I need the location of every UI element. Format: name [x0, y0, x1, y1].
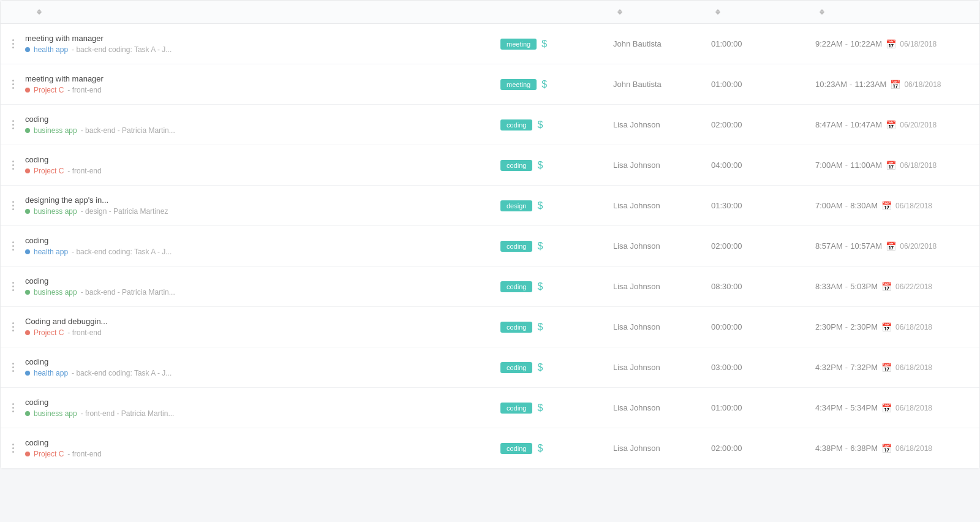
tag-badge[interactable]: coding: [500, 281, 532, 292]
billable-icon[interactable]: $: [537, 200, 543, 211]
project-name[interactable]: business app: [34, 126, 77, 135]
row-subtitle: business app - back-end - Patricia Marti…: [25, 126, 491, 135]
tag-badge[interactable]: meeting: [500, 79, 537, 90]
table-row[interactable]: coding health app - back-end coding: Tas…: [1, 226, 979, 267]
billable-icon[interactable]: $: [537, 241, 543, 252]
table-row[interactable]: coding business app - back-end - Patrici…: [1, 267, 979, 307]
row-drag-handle[interactable]: [1, 282, 25, 291]
row-duration: 02:00:00: [704, 120, 808, 129]
row-drag-handle[interactable]: [1, 201, 25, 210]
table-row[interactable]: Coding and debuggin... Project C - front…: [1, 307, 979, 347]
table-row[interactable]: coding Project C - front-end coding $ Li…: [1, 145, 979, 186]
header-user[interactable]: [606, 9, 704, 15]
tag-badge[interactable]: coding: [500, 443, 532, 454]
calendar-icon: 📅: [881, 322, 892, 332]
row-duration: 01:00:00: [704, 403, 808, 412]
row-time: 8:47AM - 10:47AM 📅 06/20/2018: [808, 120, 979, 130]
time-range: 2:30PM - 2:30PM: [815, 322, 878, 331]
billable-icon[interactable]: $: [537, 322, 543, 333]
project-desc: - back-end coding: Task A - J...: [72, 369, 172, 377]
time-separator: -: [845, 120, 848, 129]
billable-icon[interactable]: $: [537, 160, 543, 171]
calendar-icon: 📅: [881, 363, 892, 373]
time-sort[interactable]: [820, 9, 824, 15]
date-text: 06/22/2018: [895, 282, 932, 291]
row-drag-handle[interactable]: [1, 322, 25, 331]
time-start: 4:34PM: [815, 403, 843, 412]
project-name[interactable]: business app: [34, 207, 77, 216]
project-color-dot: [25, 452, 30, 456]
project-name[interactable]: Project C: [34, 167, 64, 175]
drag-dots-icon: [12, 363, 14, 372]
project-name[interactable]: business app: [34, 409, 77, 418]
duration-sort[interactable]: [715, 9, 720, 15]
billable-icon[interactable]: $: [537, 281, 543, 292]
table-row[interactable]: designing the app's in... business app -…: [1, 186, 979, 226]
time-separator: -: [845, 363, 848, 372]
row-time: 7:00AM - 11:00AM 📅 06/18/2018: [808, 161, 979, 170]
row-user: John Bautista: [606, 39, 704, 48]
header-time[interactable]: [808, 9, 979, 15]
project-name[interactable]: Project C: [34, 450, 64, 458]
drag-dots-icon: [12, 201, 14, 210]
table-row[interactable]: coding Project C - front-end coding $ Li…: [1, 428, 979, 469]
tag-badge[interactable]: coding: [500, 403, 532, 414]
billable-icon[interactable]: $: [541, 79, 547, 90]
billable-icon[interactable]: $: [537, 403, 543, 414]
row-title: coding: [25, 155, 491, 164]
billable-icon[interactable]: $: [537, 362, 543, 373]
row-subtitle: health app - back-end coding: Task A - J…: [25, 369, 491, 377]
time-entry-sort[interactable]: [37, 9, 42, 15]
drag-dots-icon: [12, 282, 14, 291]
project-name[interactable]: health app: [34, 45, 68, 54]
time-start: 2:30PM: [815, 322, 843, 331]
row-main-content: coding health app - back-end coding: Tas…: [25, 229, 496, 263]
row-drag-handle[interactable]: [1, 403, 25, 412]
row-drag-handle[interactable]: [1, 241, 25, 251]
row-drag-handle[interactable]: [1, 80, 25, 89]
tag-badge[interactable]: coding: [500, 362, 532, 373]
header-time-entry[interactable]: [25, 9, 496, 15]
row-title: coding: [25, 115, 491, 124]
row-time: 4:32PM - 7:32PM 📅 06/18/2018: [808, 363, 979, 373]
row-title: coding: [25, 357, 491, 366]
row-drag-handle[interactable]: [1, 39, 25, 48]
project-name[interactable]: Project C: [34, 86, 64, 94]
project-name[interactable]: business app: [34, 288, 77, 297]
table-row[interactable]: coding business app - back-end - Patrici…: [1, 105, 979, 145]
billable-icon[interactable]: $: [541, 39, 547, 50]
row-drag-handle[interactable]: [1, 444, 25, 453]
sort-up-icon: [37, 9, 42, 12]
time-separator: -: [845, 39, 848, 48]
project-name[interactable]: Project C: [34, 328, 64, 337]
tag-badge[interactable]: meeting: [500, 39, 537, 50]
drag-dots-icon: [12, 322, 14, 331]
header-duration[interactable]: [704, 9, 808, 15]
tag-badge[interactable]: coding: [500, 322, 532, 333]
row-drag-handle[interactable]: [1, 363, 25, 372]
row-drag-handle[interactable]: [1, 120, 25, 129]
row-drag-handle[interactable]: [1, 161, 25, 170]
calendar-icon: 📅: [881, 201, 892, 211]
tag-badge[interactable]: coding: [500, 119, 532, 130]
billable-icon[interactable]: $: [537, 443, 543, 454]
project-desc: - back-end - Patricia Martin...: [81, 126, 175, 135]
billable-icon[interactable]: $: [537, 119, 543, 130]
date-text: 06/18/2018: [895, 202, 932, 210]
tag-badge[interactable]: coding: [500, 160, 532, 171]
project-name[interactable]: health app: [34, 248, 68, 256]
table-row[interactable]: meeting with manager Project C - front-e…: [1, 64, 979, 105]
project-name[interactable]: health app: [34, 369, 68, 377]
row-duration: 02:00:00: [704, 241, 808, 251]
table-row[interactable]: meeting with manager health app - back-e…: [1, 24, 979, 64]
row-tags: meeting $: [496, 79, 606, 90]
row-duration: 00:00:00: [704, 322, 808, 331]
table-row[interactable]: coding health app - back-end coding: Tas…: [1, 347, 979, 388]
user-sort[interactable]: [617, 9, 622, 15]
tag-badge[interactable]: design: [500, 200, 532, 211]
sort-down-icon: [617, 12, 622, 15]
drag-dots-icon: [12, 39, 14, 48]
time-start: 7:00AM: [815, 201, 843, 210]
table-row[interactable]: coding business app - front-end - Patric…: [1, 388, 979, 428]
tag-badge[interactable]: coding: [500, 241, 532, 252]
